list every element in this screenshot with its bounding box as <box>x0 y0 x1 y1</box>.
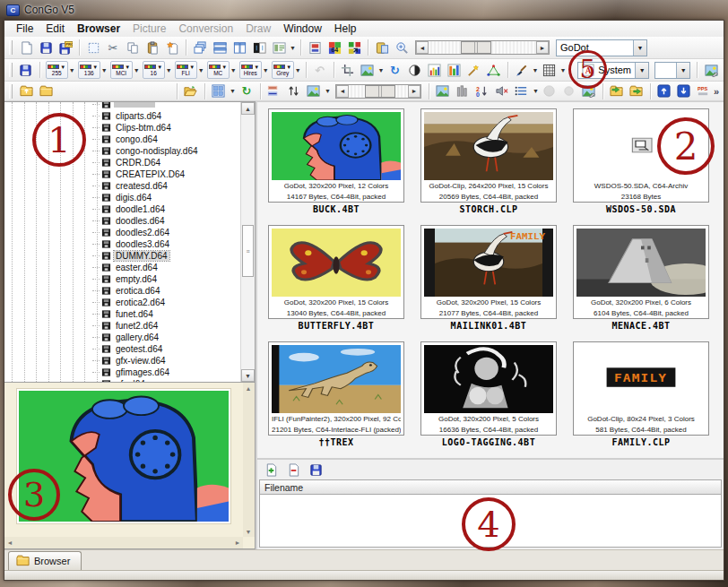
tree-item[interactable]: empty.d64 <box>92 273 239 285</box>
show-image-button[interactable] <box>433 82 453 100</box>
thumbnail-card[interactable]: GoDot-Clip, 264x200 Pixel, 15 Colors2056… <box>420 108 557 214</box>
remove-file-button[interactable] <box>283 461 303 479</box>
combo-dropdown-icon[interactable]: ▼ <box>635 63 648 78</box>
tree-item[interactable]: funet2.d64 <box>92 320 239 332</box>
convert-grey-button[interactable]: ▼Grey <box>272 61 294 79</box>
combo-dropdown-icon[interactable]: ▼ <box>633 40 646 56</box>
menu-browser[interactable]: Browser <box>71 22 126 36</box>
grid-button[interactable] <box>539 61 559 80</box>
new-file-button[interactable] <box>16 39 36 57</box>
filename-column-header[interactable]: Filename <box>259 479 722 495</box>
slider-left-icon[interactable]: ◄ <box>416 41 429 54</box>
dropdown-arrow-icon[interactable]: ▼ <box>294 67 302 73</box>
preview-size-button[interactable] <box>304 82 324 100</box>
c64-format-button[interactable] <box>264 82 284 100</box>
tree-item[interactable]: createsd.d64 <box>92 180 239 192</box>
brush-button[interactable] <box>511 61 531 80</box>
sort-numeric-button[interactable]: 20 <box>472 82 492 100</box>
tree-item[interactable]: CRDR.D64 <box>92 157 239 168</box>
dropdown-arrow-icon[interactable]: ▼ <box>559 67 567 73</box>
menu-window[interactable]: Window <box>277 22 328 36</box>
contrast-button[interactable] <box>405 61 425 80</box>
dropdown-arrow-icon[interactable]: ▼ <box>165 67 173 73</box>
tree-item[interactable]: gfimages.d64 <box>92 367 239 378</box>
editor-form-button[interactable] <box>305 39 325 57</box>
scroll-left-icon[interactable]: ◄ <box>4 537 15 548</box>
save-4bit-button[interactable] <box>16 61 36 80</box>
tree-item[interactable]: doodles2.d64 <box>92 227 239 238</box>
move-top-button[interactable] <box>654 82 674 100</box>
tree-item[interactable]: congo.d64 <box>92 134 239 145</box>
toolbar-grip[interactable] <box>9 84 13 99</box>
tree-item[interactable]: cliparts.d64 <box>92 110 239 122</box>
thumbnail-card[interactable]: WSDOS-50.SDA, C64-Archiv23168 BytesWSDOS… <box>573 108 709 214</box>
convert-mc-button[interactable]: ▼MC <box>207 61 230 79</box>
open-folder-button[interactable] <box>181 82 201 100</box>
scroll-up-icon[interactable]: ▲ <box>243 383 254 393</box>
thumbnail-card[interactable]: GoDot, 320x200 Pixel, 6 Colors6104 Bytes… <box>573 225 709 331</box>
tree-item[interactable]: gfx-view.d64 <box>92 355 239 367</box>
tree-item[interactable]: DUMMY.D64 <box>92 250 239 262</box>
toolbar-grip[interactable] <box>9 63 13 77</box>
tree-item[interactable]: doodles.d64 <box>92 215 239 227</box>
thumbnail-card[interactable]: FAMILYGoDot-Clip, 80x24 Pixel, 3 Colors5… <box>573 341 709 447</box>
split-view-button[interactable] <box>249 39 269 57</box>
crop-button[interactable] <box>338 61 358 80</box>
tree-item[interactable]: doodle1.d64 <box>92 203 239 215</box>
apply-image-button[interactable] <box>701 61 721 80</box>
move-to-folder-button[interactable] <box>627 82 646 100</box>
scroll-down-icon[interactable]: ▼ <box>243 526 254 537</box>
save-pro-button[interactable]: PRO <box>56 39 75 57</box>
levels-button[interactable] <box>445 61 464 80</box>
dropdown-arrow-icon[interactable]: ▼ <box>68 67 76 73</box>
scroll-down-icon[interactable]: ▼ <box>241 369 255 382</box>
folder-new-button[interactable] <box>36 82 56 100</box>
thumbnail-card[interactable]: GoDot, 320x200 Pixel, 15 Colors13040 Byt… <box>268 225 404 331</box>
scroll-up-icon[interactable]: ▲ <box>241 102 255 115</box>
save-list-button[interactable] <box>306 461 325 479</box>
dropdown-arrow-icon[interactable]: ▼ <box>324 88 332 94</box>
tree-item[interactable]: geotest.d64 <box>92 343 239 355</box>
tree-item[interactable]: easter.d64 <box>92 262 239 273</box>
convert-136-button[interactable]: ▼136 <box>78 61 100 79</box>
magic-wand-button[interactable] <box>464 61 484 80</box>
scrollbar-thumb[interactable]: ≡ <box>242 225 254 277</box>
tab-browser[interactable]: Browser <box>8 551 82 570</box>
image-edit-button[interactable] <box>579 82 599 100</box>
convert-255-button[interactable]: ▼255 <box>46 61 68 79</box>
dropdown-arrow-icon[interactable]: ▼ <box>197 67 205 73</box>
refresh-view-button[interactable]: ↻ <box>237 82 256 100</box>
dropdown-arrow-icon[interactable]: ▼ <box>377 67 386 73</box>
tree-item[interactable]: doodles3.d64 <box>92 238 239 250</box>
tree-item[interactable]: CREATEPIX.D64 <box>92 168 239 180</box>
cascade-windows-button[interactable] <box>190 39 210 57</box>
sort-order-button[interactable] <box>284 82 304 100</box>
dropdown-arrow-icon[interactable]: ▼ <box>531 67 539 73</box>
color-balance-button[interactable] <box>358 61 377 80</box>
zoom-in-button[interactable] <box>392 39 412 57</box>
dropdown-arrow-icon[interactable]: ▼ <box>532 88 540 94</box>
copy-to-folder-button[interactable] <box>607 82 627 100</box>
preview-vscrollbar[interactable]: ▲ ▼ <box>243 383 255 537</box>
copy-button[interactable] <box>123 39 143 57</box>
scroll-right-icon[interactable]: ► <box>232 537 243 548</box>
thumbnail-card[interactable]: GoDot, 320x200 Pixel, 5 Colors16636 Byte… <box>420 341 557 447</box>
convert-fli-button[interactable]: ▼FLI <box>175 61 197 79</box>
scroll-slider[interactable]: ◄► <box>335 84 421 99</box>
font-select[interactable]: ASystem▼ <box>577 62 649 79</box>
preview-hscrollbar[interactable]: ◄ ► <box>4 537 243 548</box>
slider-right-icon[interactable]: ► <box>536 41 549 54</box>
thumbnail-card[interactable]: IFLI (FunPainter2), 320x200 Pixel, 92 Co… <box>268 341 404 447</box>
folder-up-button[interactable] <box>16 82 36 100</box>
title-bar[interactable]: C ConGo V5 <box>0 0 728 20</box>
pc-to-c64-button[interactable] <box>344 39 364 57</box>
dropdown-arrow-icon[interactable]: ▼ <box>289 45 297 51</box>
dropdown-arrow-icon[interactable]: ▼ <box>262 67 270 73</box>
tree-scrollbar[interactable]: ▲ ≡ ▼ <box>240 102 255 382</box>
menu-file[interactable]: File <box>10 22 39 36</box>
dropdown-arrow-icon[interactable]: ▼ <box>100 67 108 73</box>
tree-item[interactable]: erotica2.d64 <box>92 297 239 308</box>
slider-thumb[interactable] <box>461 41 491 54</box>
thumbnail-view-button[interactable] <box>209 82 229 100</box>
slider-right-icon[interactable]: ► <box>408 85 420 98</box>
